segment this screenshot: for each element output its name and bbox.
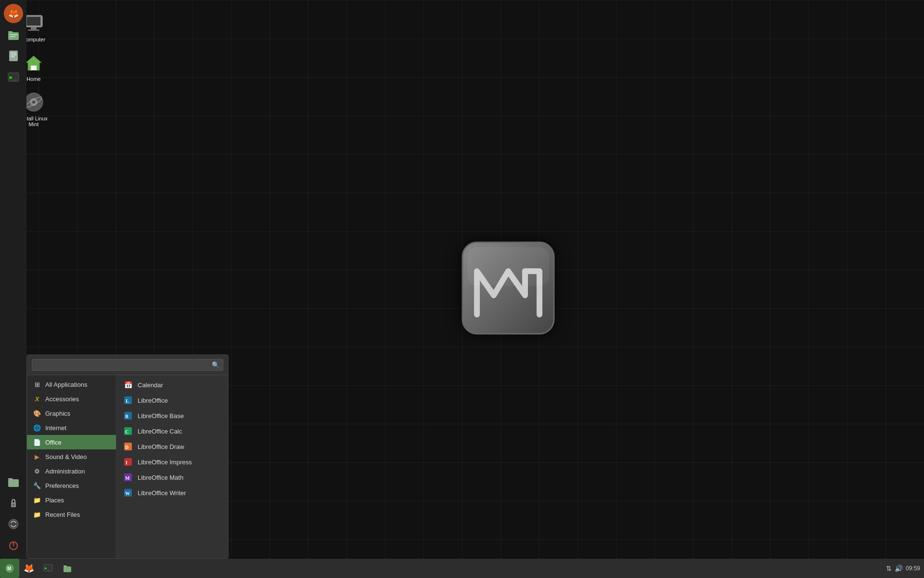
- category-administration[interactable]: ⚙ Administration: [27, 464, 116, 478]
- svg-text:C: C: [125, 429, 128, 434]
- preferences-icon: 🔧: [33, 481, 41, 490]
- svg-rect-18: [11, 56, 14, 57]
- power-icon: [7, 539, 20, 552]
- svg-point-23: [13, 504, 14, 506]
- app-libreoffice-calc[interactable]: C LibreOffice Calc: [116, 423, 228, 439]
- taskbar-terminal-icon: ▶_: [43, 564, 53, 573]
- app-libreoffice-base-label: LibreOffice Base: [138, 412, 184, 420]
- app-libreoffice[interactable]: L LibreOffice: [116, 393, 228, 408]
- category-list: ⊞ All Applications X Accessories 🎨 Graph…: [27, 375, 116, 558]
- launcher-terminal[interactable]: ▶_: [4, 67, 23, 87]
- app-libreoffice-writer-label: LibreOffice Writer: [138, 489, 186, 497]
- svg-text:▶_: ▶_: [10, 74, 16, 80]
- svg-rect-21: [8, 479, 19, 487]
- category-preferences-label: Preferences: [45, 482, 79, 489]
- category-places-label: Places: [45, 497, 64, 504]
- launcher-update[interactable]: [4, 514, 23, 534]
- svg-text:▶_: ▶_: [45, 566, 50, 570]
- category-office-label: Office: [45, 439, 62, 446]
- office-icon: 📄: [33, 438, 41, 447]
- category-internet[interactable]: 🌐 Internet: [27, 420, 116, 435]
- launcher-folder[interactable]: [4, 472, 23, 491]
- category-accessories-label: Accessories: [45, 395, 79, 403]
- folder-icon: [7, 475, 20, 488]
- app-libreoffice-draw-label: LibreOffice Draw: [138, 443, 184, 450]
- launcher-firefox[interactable]: 🦊: [4, 4, 23, 23]
- svg-rect-45: [64, 566, 71, 572]
- category-accessories[interactable]: X Accessories: [27, 392, 116, 406]
- app-libreoffice-impress[interactable]: I LibreOffice Impress: [116, 454, 228, 470]
- accessories-icon: X: [33, 394, 41, 403]
- launcher-power[interactable]: [4, 536, 23, 555]
- libreoffice-draw-icon: D: [123, 442, 133, 451]
- taskbar-files[interactable]: [58, 559, 77, 578]
- category-sound-video[interactable]: ▶ Sound & Video: [27, 449, 116, 464]
- launcher-lock[interactable]: [4, 493, 23, 512]
- category-graphics[interactable]: 🎨 Graphics: [27, 406, 116, 420]
- svg-text:M: M: [125, 475, 130, 481]
- network-icon[interactable]: ⇅: [886, 565, 892, 572]
- category-preferences[interactable]: 🔧 Preferences: [27, 478, 116, 493]
- svg-text:L: L: [126, 398, 129, 404]
- sound-video-icon: ▶: [33, 452, 41, 461]
- svg-rect-13: [10, 34, 17, 35]
- svg-rect-5: [28, 29, 39, 31]
- svg-rect-14: [10, 36, 15, 37]
- category-graphics-label: Graphics: [45, 410, 70, 417]
- svg-text:I: I: [126, 460, 128, 465]
- libreoffice-calc-icon: C: [123, 426, 133, 436]
- lock-icon: [7, 497, 20, 509]
- libreoffice-base-icon: B: [123, 411, 133, 420]
- taskbar: M 🦊 ▶_: [0, 559, 924, 578]
- category-office[interactable]: 📄 Office: [27, 435, 116, 449]
- places-icon: 📁: [33, 496, 41, 504]
- launcher-notes[interactable]: [4, 46, 23, 66]
- update-icon: [7, 518, 20, 530]
- svg-rect-3: [27, 17, 40, 26]
- calendar-icon: 📅: [123, 380, 133, 390]
- app-libreoffice-draw[interactable]: D LibreOffice Draw: [116, 439, 228, 454]
- category-all-applications-label: All Applications: [45, 381, 87, 388]
- search-input[interactable]: [32, 359, 223, 371]
- firefox-icon: 🦊: [8, 8, 19, 19]
- category-recent-files-label: Recent Files: [45, 511, 80, 518]
- taskbar-firefox[interactable]: 🦊: [19, 559, 38, 578]
- start-menu: 🔍 ⊞ All Applications X Accessories 🎨 Gra…: [26, 355, 229, 559]
- svg-rect-16: [11, 53, 16, 53]
- home-label: Home: [26, 76, 40, 82]
- app-list: 📅 Calendar L LibreOffice: [116, 375, 228, 558]
- taskbar-firefox-icon: 🦊: [24, 563, 34, 574]
- search-button[interactable]: 🔍: [212, 361, 219, 368]
- taskbar-time: 09:59: [906, 565, 920, 572]
- svg-text:D: D: [125, 445, 128, 450]
- search-bar: 🔍: [27, 355, 228, 375]
- terminal-icon: ▶_: [7, 71, 20, 83]
- app-libreoffice-writer[interactable]: W LibreOffice Writer: [116, 485, 228, 500]
- app-calendar[interactable]: 📅 Calendar: [116, 377, 228, 393]
- app-libreoffice-base[interactable]: B LibreOffice Base: [116, 408, 228, 423]
- app-libreoffice-impress-label: LibreOffice Impress: [138, 459, 192, 466]
- svg-rect-7: [31, 66, 37, 70]
- app-libreoffice-math[interactable]: M LibreOffice Math: [116, 470, 228, 485]
- category-recent-files[interactable]: 📁 Recent Files: [27, 507, 116, 522]
- graphics-icon: 🎨: [33, 409, 41, 418]
- libreoffice-icon: L: [123, 395, 133, 405]
- mint-logo-container: [458, 237, 559, 341]
- internet-icon: 🌐: [33, 423, 41, 432]
- svg-rect-4: [31, 27, 37, 29]
- svg-text:B: B: [125, 414, 128, 419]
- side-panel: 🦊 ▶_: [0, 0, 26, 559]
- all-applications-icon: ⊞: [33, 380, 41, 389]
- category-places[interactable]: 📁 Places: [27, 493, 116, 507]
- menu-body: ⊞ All Applications X Accessories 🎨 Graph…: [27, 375, 228, 558]
- recent-files-icon: 📁: [33, 510, 41, 519]
- mint-menu-icon: M: [4, 563, 15, 574]
- taskbar-terminal[interactable]: ▶_: [38, 559, 58, 578]
- menu-button[interactable]: M: [0, 559, 19, 578]
- launcher-files[interactable]: [4, 25, 23, 44]
- taskbar-left: M 🦊 ▶_: [0, 559, 77, 578]
- volume-icon[interactable]: 🔊: [895, 565, 903, 572]
- app-libreoffice-label: LibreOffice: [138, 397, 168, 404]
- category-all-applications[interactable]: ⊞ All Applications: [27, 377, 116, 392]
- category-administration-label: Administration: [45, 468, 85, 475]
